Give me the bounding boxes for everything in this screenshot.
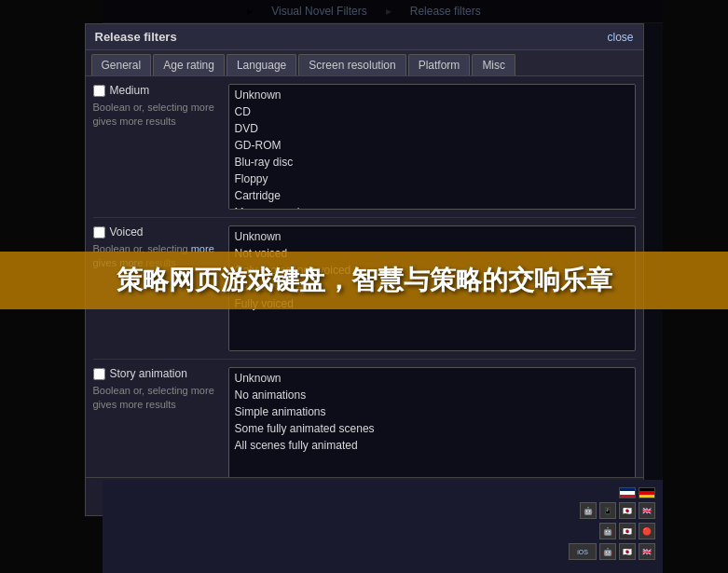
modal-title-bar: Release filters close: [86, 24, 643, 50]
jp-icon-3: 🇯🇵: [619, 543, 636, 560]
icon-row-2: 🤖 🇯🇵 🔴: [599, 523, 655, 539]
tab-age-rating[interactable]: Age rating: [153, 54, 225, 75]
tab-general[interactable]: General: [91, 54, 152, 75]
story-anim-option-simple: Simple animations: [231, 403, 633, 420]
medium-checkbox[interactable]: [93, 85, 105, 97]
bottom-icons-area: 🤖 📱 🇯🇵 🇬🇧 🤖 🇯🇵 🔴 iOS 🤖 🇯🇵 🇬🇧: [103, 480, 663, 573]
story-animation-label: Story animation: [110, 367, 187, 380]
android-icon-1: 🤖: [580, 502, 597, 519]
filter-label-story-animation: Story animation Boolean or, selecting mo…: [93, 367, 228, 477]
medium-option-bluray: Blu-ray disc: [231, 154, 633, 171]
medium-listbox[interactable]: Unknown CD DVD GD-ROM Blu-ray disc Flopp…: [228, 84, 636, 210]
filter-row-story-animation: Story animation Boolean or, selecting mo…: [93, 367, 636, 477]
medium-list-col: Unknown CD DVD GD-ROM Blu-ray disc Flopp…: [228, 84, 636, 210]
tab-screen-resolution[interactable]: Screen resolution: [298, 54, 405, 75]
story-anim-option-unknown: Unknown: [231, 370, 633, 387]
gb-flag-icon: [619, 487, 636, 498]
medium-option-dvd: DVD: [231, 120, 633, 137]
medium-hint: Boolean or, selecting more gives more re…: [93, 101, 221, 130]
icon-row-1: 🤖 📱 🇯🇵 🇬🇧: [580, 502, 655, 519]
red-icon: 🔴: [639, 523, 655, 539]
icon-row-3: iOS 🤖 🇯🇵 🇬🇧: [569, 543, 655, 560]
story-animation-checkbox[interactable]: [93, 368, 105, 380]
modal-close-button[interactable]: close: [607, 31, 633, 44]
tab-misc[interactable]: Misc: [472, 54, 515, 75]
story-anim-option-none: No animations: [231, 387, 633, 403]
voiced-checkbox[interactable]: [93, 226, 105, 239]
android-icon-2: 🤖: [599, 523, 616, 539]
modal-title: Release filters: [95, 30, 177, 44]
tab-bar: General Age rating Language Screen resol…: [86, 50, 643, 76]
flag-jp-icon-1: 🇯🇵: [619, 502, 636, 519]
device-icon-1: 📱: [599, 502, 616, 519]
voiced-label: Voiced: [110, 225, 144, 239]
jp-icon-2: 🇯🇵: [619, 523, 636, 539]
tab-platform[interactable]: Platform: [408, 54, 471, 75]
gb-icon-3: 🇬🇧: [639, 543, 655, 560]
filter-label-medium: Medium Boolean or, selecting more gives …: [93, 84, 228, 210]
medium-option-floppy: Floppy: [231, 171, 633, 187]
story-anim-option-all: All scenes fully animated: [231, 437, 633, 454]
android-icon-3: 🤖: [599, 543, 616, 560]
tab-language[interactable]: Language: [227, 54, 296, 75]
medium-label: Medium: [110, 84, 150, 97]
ios-label: iOS: [569, 543, 597, 560]
chinese-banner: 策略网页游戏键盘，智慧与策略的交响乐章: [0, 252, 728, 309]
story-anim-option-some: Some fully animated scenes: [231, 420, 633, 437]
medium-option-cd: CD: [231, 103, 633, 120]
medium-option-memory: Memory card: [231, 204, 633, 210]
de-flag-icon: [639, 487, 655, 498]
story-animation-list-col: Unknown No animations Simple animations …: [228, 367, 636, 477]
medium-option-cartridge: Cartridge: [231, 187, 633, 204]
medium-option-gdrom: GD-ROM: [231, 137, 633, 154]
story-animation-listbox[interactable]: Unknown No animations Simple animations …: [228, 367, 636, 477]
flag-row-top: [619, 487, 655, 498]
medium-option-unknown: Unknown: [231, 87, 633, 103]
filter-row-medium: Medium Boolean or, selecting more gives …: [93, 84, 636, 218]
banner-text: 策略网页游戏键盘，智慧与策略的交响乐章: [117, 263, 612, 298]
gb-icon-1: 🇬🇧: [639, 502, 655, 519]
voiced-option-unknown: Unknown: [231, 228, 633, 245]
story-animation-hint: Boolean or, selecting more gives more re…: [93, 384, 221, 413]
